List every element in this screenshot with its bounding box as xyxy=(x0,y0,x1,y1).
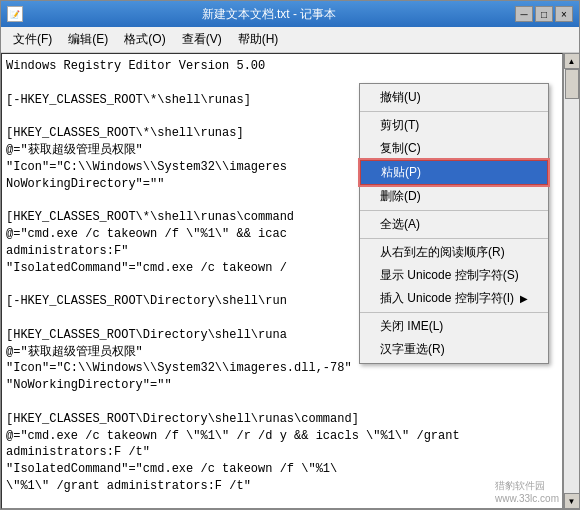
ctx-paste[interactable]: 粘贴(P) xyxy=(360,160,548,185)
menu-format[interactable]: 格式(O) xyxy=(116,29,173,50)
ctx-close-ime-label: 关闭 IME(L) xyxy=(380,318,443,335)
ctx-sep-1 xyxy=(360,111,548,112)
ctx-sep-3 xyxy=(360,238,548,239)
menu-bar: 文件(F) 编辑(E) 格式(O) 查看(V) 帮助(H) xyxy=(1,27,579,53)
close-button[interactable]: × xyxy=(555,6,573,22)
minimize-button[interactable]: ─ xyxy=(515,6,533,22)
ctx-sep-4 xyxy=(360,312,548,313)
ctx-undo-label: 撤销(U) xyxy=(380,89,421,106)
app-icon: 📝 xyxy=(7,6,23,22)
ctx-select-all[interactable]: 全选(A) xyxy=(360,213,548,236)
window-title: 新建文本文档.txt - 记事本 xyxy=(23,6,515,23)
ctx-delete-label: 删除(D) xyxy=(380,188,421,205)
ctx-insert-unicode[interactable]: 插入 Unicode 控制字符(I) ▶ xyxy=(360,287,548,310)
ctx-cut-label: 剪切(T) xyxy=(380,117,419,134)
scroll-up-button[interactable]: ▲ xyxy=(564,53,580,69)
ctx-rtl[interactable]: 从右到左的阅读顺序(R) xyxy=(360,241,548,264)
scroll-track[interactable] xyxy=(564,69,579,493)
ctx-select-all-label: 全选(A) xyxy=(380,216,420,233)
ctx-reconversion[interactable]: 汉字重选(R) xyxy=(360,338,548,361)
context-menu: 撤销(U) 剪切(T) 复制(C) 粘贴(P) 删除(D) 全选(A) 从右到左… xyxy=(359,83,549,364)
ctx-copy[interactable]: 复制(C) xyxy=(360,137,548,160)
notepad-window: 📝 新建文本文档.txt - 记事本 ─ □ × 文件(F) 编辑(E) 格式(… xyxy=(0,0,580,510)
menu-edit[interactable]: 编辑(E) xyxy=(60,29,116,50)
window-controls: ─ □ × xyxy=(515,6,573,22)
ctx-sep-2 xyxy=(360,210,548,211)
ctx-copy-label: 复制(C) xyxy=(380,140,421,157)
ctx-reconversion-label: 汉字重选(R) xyxy=(380,341,445,358)
menu-file[interactable]: 文件(F) xyxy=(5,29,60,50)
ctx-delete[interactable]: 删除(D) xyxy=(360,185,548,208)
menu-help[interactable]: 帮助(H) xyxy=(230,29,287,50)
maximize-button[interactable]: □ xyxy=(535,6,553,22)
scroll-thumb[interactable] xyxy=(565,69,579,99)
menu-view[interactable]: 查看(V) xyxy=(174,29,230,50)
ctx-insert-unicode-label: 插入 Unicode 控制字符(I) xyxy=(380,290,514,307)
ctx-undo[interactable]: 撤销(U) xyxy=(360,86,548,109)
vertical-scrollbar[interactable]: ▲ ▼ xyxy=(563,53,579,509)
ctx-cut[interactable]: 剪切(T) xyxy=(360,114,548,137)
ctx-show-unicode-label: 显示 Unicode 控制字符(S) xyxy=(380,267,519,284)
main-area: Windows Registry Editor Version 5.00 [-H… xyxy=(1,53,579,509)
scroll-down-button[interactable]: ▼ xyxy=(564,493,580,509)
ctx-rtl-label: 从右到左的阅读顺序(R) xyxy=(380,244,505,261)
ctx-paste-label: 粘贴(P) xyxy=(381,164,421,181)
title-bar: 📝 新建文本文档.txt - 记事本 ─ □ × xyxy=(1,1,579,27)
ctx-show-unicode[interactable]: 显示 Unicode 控制字符(S) xyxy=(360,264,548,287)
ctx-insert-unicode-arrow: ▶ xyxy=(520,293,528,304)
ctx-close-ime[interactable]: 关闭 IME(L) xyxy=(360,315,548,338)
